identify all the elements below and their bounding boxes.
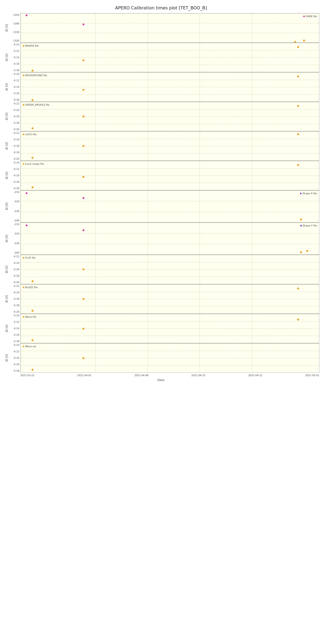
grid-v-line <box>95 161 96 190</box>
file-label: BLAZE file <box>23 286 38 289</box>
y-tick: -0.14 <box>10 56 19 59</box>
grid-h-line <box>21 23 319 23</box>
data-point <box>32 186 34 188</box>
grid-v-line <box>95 314 96 343</box>
y-tick: -0.18 <box>10 122 19 124</box>
y-tick: -0.12 <box>10 168 19 170</box>
grid-h-line <box>21 269 319 270</box>
grid-v-line <box>21 223 21 254</box>
data-point <box>82 23 84 25</box>
grid-v-line <box>148 191 148 222</box>
grid-v-line <box>319 314 319 343</box>
y-axis-label: Δt [d] <box>3 314 10 343</box>
grid-h-line <box>21 50 319 50</box>
grid-h-line <box>21 175 319 176</box>
grid-v-line <box>319 13 319 42</box>
grid-v-line <box>200 343 200 372</box>
data-point <box>297 164 299 166</box>
data-point <box>26 192 28 194</box>
file-label: Local shape file <box>23 163 44 165</box>
grid-v-line <box>21 255 21 284</box>
grid-v-line <box>252 284 252 313</box>
grid-v-line <box>200 255 200 284</box>
y-tick: -0.14 <box>10 291 19 294</box>
y-tick: 1320 <box>10 39 19 42</box>
grid-h-line <box>21 372 319 373</box>
grid-v-line <box>21 43 21 72</box>
grid-h-line <box>21 72 319 73</box>
y-ticks: -0.10-0.12-0.14-0.16-0.18 <box>10 314 20 343</box>
y-tick: -0.14 <box>10 174 19 177</box>
grid-h-line <box>21 358 319 358</box>
y-axis-label: Δt [d] <box>3 43 10 72</box>
data-point <box>32 280 34 282</box>
y-tick: -0.16 <box>10 63 19 65</box>
y-tick: 1330 <box>10 31 19 34</box>
grid-v-line <box>252 314 252 343</box>
y-tick: -0.18 <box>10 187 19 190</box>
grid-v-line <box>200 314 200 343</box>
y-ticks: -0.10-0.12-0.14-0.16-0.18 <box>10 72 20 102</box>
y-tick: -0.18 <box>10 151 19 154</box>
y-tick: -0.18 <box>10 98 19 101</box>
subplot-shape_y: Δt [d]-210-220-230-240Shape Y file <box>3 222 319 255</box>
y-tick: -0.14 <box>10 327 19 330</box>
grid-v-line <box>252 191 252 222</box>
grid-v-line <box>252 255 252 284</box>
legend-dot <box>300 193 302 194</box>
grid-v-line <box>252 102 252 131</box>
grid-h-line <box>21 328 319 329</box>
x-axis-spacer <box>3 373 20 377</box>
y-axis-label: Δt [d] <box>3 190 10 222</box>
data-point <box>32 157 34 159</box>
data-point <box>306 250 308 252</box>
grid-h-line <box>21 321 319 321</box>
grid-v-line <box>252 72 252 101</box>
y-tick: -0.12 <box>10 79 19 82</box>
y-ticks: -0.12-0.14-0.16-0.18-0.20 <box>10 284 20 314</box>
grid-v-line <box>21 13 21 42</box>
grid-v-line <box>95 102 96 131</box>
grid-v-line <box>319 72 319 101</box>
data-point <box>82 145 84 147</box>
grid-v-line <box>200 223 200 254</box>
x-tick: 2021-05-01 <box>305 374 319 377</box>
y-tick: -0.16 <box>10 92 19 95</box>
legend-item: Shape X file <box>300 192 317 195</box>
grid-h-line <box>21 201 319 201</box>
subplot-badpix: Δt [d]-0.10-0.12-0.14-0.16-0.18BADPIX fi… <box>3 43 319 72</box>
grid-h-line <box>21 299 319 299</box>
grid-v-line <box>319 343 319 372</box>
y-ticks: -210-220-230-240 <box>10 190 20 222</box>
y-tick: -0.20 <box>10 128 19 131</box>
y-axis-label: Δt [d] <box>3 102 10 131</box>
plot-area-dark: DARK file <box>20 13 319 43</box>
file-label: BADPIX file <box>23 45 39 47</box>
y-tick: -230 <box>10 210 19 213</box>
grid-v-line <box>319 43 319 72</box>
grid-v-line <box>200 72 200 101</box>
file-label-text: BACKGROUND file <box>25 74 47 77</box>
file-label: BACKGROUND file <box>23 74 47 77</box>
y-ticks: -0.12-0.14-0.16-0.18-0.20 <box>10 255 20 284</box>
subplot-background: Δt [d]-0.10-0.12-0.14-0.16-0.18BACKGROUN… <box>3 72 319 102</box>
y-tick: -0.18 <box>10 304 19 307</box>
plot-area-blaze: BLAZE file <box>20 284 319 314</box>
y-axis-label: Δt [d] <box>3 222 10 255</box>
legend-dot <box>300 225 302 226</box>
file-label-dot <box>23 287 24 288</box>
grid-h-line <box>21 87 319 87</box>
grid-v-line <box>319 284 319 313</box>
data-point <box>32 310 34 312</box>
y-tick: -0.10 <box>10 161 19 164</box>
grid-h-line <box>21 255 319 255</box>
y-tick: -0.16 <box>10 268 19 271</box>
y-tick: -0.16 <box>10 145 19 147</box>
x-tick: 2021-03-22 <box>20 374 34 377</box>
plot-area-loco: LOCO file <box>20 131 319 161</box>
y-axis-label: Δt [d] <box>3 131 10 161</box>
data-point <box>300 218 302 220</box>
y-tick: -0.10 <box>10 314 19 317</box>
file-label-text: Wave sol <box>25 345 36 348</box>
legend-label: Shape Y file <box>303 224 317 227</box>
